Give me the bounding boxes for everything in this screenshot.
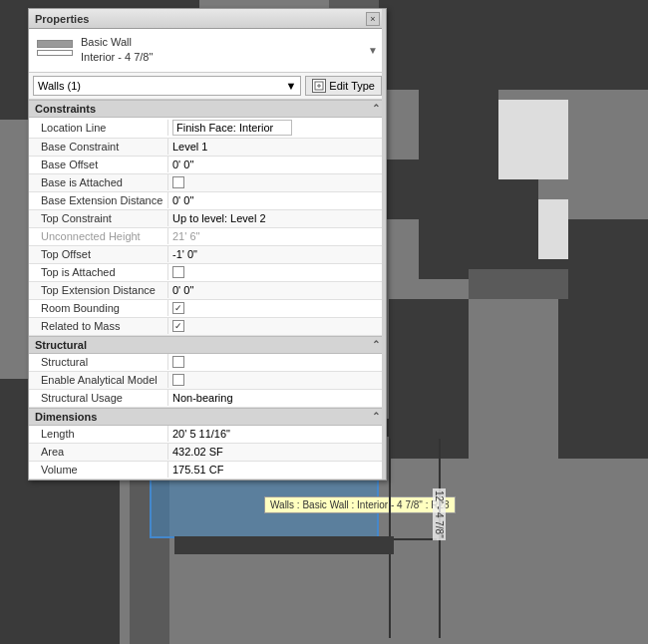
constraints-section-header[interactable]: Constraints ⌃ [29,100,386,118]
prop-top-constraint: Top Constraint Up to level: Level 2 [29,210,386,228]
prop-analytical-model: Enable Analytical Model [29,372,386,390]
prop-unconnected-height: Unconnected Height 21' 6" [29,228,386,246]
tooltip-text: Walls : Basic Wall : Interior - 4 7/8" :… [270,499,450,510]
wall-type-text: Basic Wall Interior - 4 7/8" [81,35,153,66]
edit-type-button[interactable]: Edit Type [305,76,382,96]
wall-shape-11 [389,299,469,459]
analytical-model-checkbox[interactable] [172,374,184,386]
structural-checkbox[interactable] [172,356,184,368]
structural-arrow: ⌃ [372,339,380,350]
related-mass-checkbox[interactable]: ✓ [172,320,184,332]
wall-shape-2 [369,0,648,90]
dimensions-arrow: ⌃ [372,411,380,422]
room-bounding-checkbox[interactable]: ✓ [172,302,184,314]
prop-length: Length 20' 5 11/16" [29,426,386,444]
dimensions-section-header[interactable]: Dimensions ⌃ [29,408,386,426]
base-attached-checkbox[interactable] [172,176,184,188]
structural-properties: Structural Enable Analytical Model Struc… [29,354,386,408]
prop-structural: Structural [29,354,386,372]
prop-volume: Volume 175.51 CF [29,462,386,480]
type-dropdown[interactable]: Walls (1) ▼ [33,76,301,96]
scene-tooltip: Walls : Basic Wall : Interior - 4 7/8" :… [264,496,456,513]
dimensions-properties: Length 20' 5 11/16" Area 432.02 SF Volum… [29,426,386,480]
prop-location-line: Location Line Finish Face: Interior [29,118,386,139]
prop-related-to-mass: Related to Mass ✓ [29,318,386,336]
prop-top-offset: Top Offset -1' 0" [29,246,386,264]
constraints-properties: Location Line Finish Face: Interior Base… [29,118,386,336]
close-button[interactable]: × [366,12,380,26]
constraints-arrow: ⌃ [372,103,380,114]
panel-title: Properties [35,13,89,25]
prop-top-ext-dist: Top Extension Distance 0' 0" [29,282,386,300]
properties-panel: Properties × Basic Wall Interior - 4 7/8… [28,8,387,481]
prop-structural-usage: Structural Usage Non-bearing [29,390,386,408]
top-attached-checkbox[interactable] [172,266,184,278]
edit-type-icon [312,79,326,93]
prop-area: Area 432.02 SF [29,444,386,462]
type-selector-row: Walls (1) ▼ Edit Type [29,73,386,100]
wall-header: Basic Wall Interior - 4 7/8" ▼ [29,29,386,73]
wall-shape-6 [498,100,568,179]
prop-room-bounding: Room Bounding ✓ [29,300,386,318]
wall-bottom [174,536,394,554]
dim-line-top [391,538,437,540]
wall-shape-10 [538,199,568,259]
wall-shape-9 [469,269,568,299]
prop-base-ext-dist: Base Extension Distance 0' 0" [29,192,386,210]
wall-header-arrow[interactable]: ▼ [368,45,378,56]
panel-titlebar: Properties × [29,9,386,29]
dimension-label: 12' - 4 7/8" [433,488,446,540]
wall-type-icon [37,40,73,60]
wall-shape-8 [558,259,648,459]
prop-top-attached: Top is Attached [29,264,386,282]
prop-base-attached: Base is Attached [29,174,386,192]
prop-base-offset: Base Offset 0' 0" [29,157,386,174]
structural-section-header[interactable]: Structural ⌃ [29,336,386,354]
prop-base-constraint: Base Constraint Level 1 [29,139,386,157]
